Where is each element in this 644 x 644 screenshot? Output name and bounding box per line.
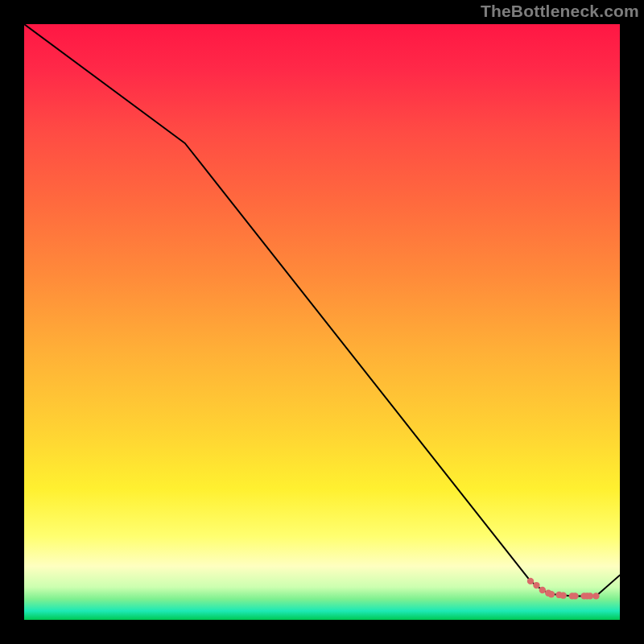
gradient-bg	[24, 24, 620, 620]
highlight-marker	[527, 578, 534, 584]
chart-frame: TheBottleneck.com	[0, 0, 644, 644]
chart-plot-area	[24, 24, 620, 620]
highlight-marker	[572, 592, 578, 599]
highlight-marker	[548, 591, 555, 597]
highlight-marker	[539, 587, 546, 593]
highlight-marker	[587, 592, 593, 599]
highlight-marker	[560, 592, 567, 598]
highlight-marker	[592, 592, 599, 599]
watermark-text: TheBottleneck.com	[481, 2, 639, 21]
highlight-marker	[533, 582, 539, 588]
chart-svg	[24, 24, 620, 620]
